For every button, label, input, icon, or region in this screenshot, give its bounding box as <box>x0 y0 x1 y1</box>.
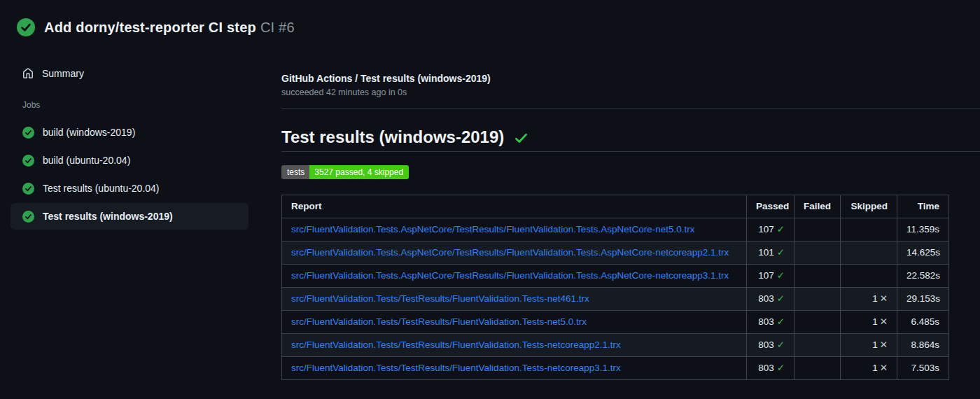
success-check-circle-icon <box>17 18 35 36</box>
home-icon <box>22 68 34 79</box>
report-link[interactable]: src/FluentValidation.Tests/TestResults/F… <box>291 363 621 373</box>
report-row-7: src/FluentValidation.Tests/TestResults/F… <box>282 357 949 380</box>
time-cell: 6.485s <box>897 311 949 334</box>
failed-cell <box>794 241 841 265</box>
sidebar-item-summary[interactable]: Summary <box>10 62 248 85</box>
time-cell: 29.153s <box>897 288 949 311</box>
failed-cell <box>794 357 841 380</box>
failed-cell <box>794 288 841 311</box>
passed-check-icon: ✓ <box>777 363 785 373</box>
skipped-cell: 1✕ <box>841 311 897 334</box>
success-check-circle-icon <box>22 183 34 195</box>
skipped-cell <box>841 241 897 265</box>
success-check-circle-icon <box>22 211 34 223</box>
report-link[interactable]: src/FluentValidation.Tests.AspNetCore/Te… <box>291 270 729 281</box>
skipped-x-icon: ✕ <box>880 293 888 304</box>
column-header-report: Report <box>282 195 747 218</box>
passed-cell: 101✓ <box>747 241 794 265</box>
passed-cell: 803✓ <box>747 311 794 334</box>
section-heading: Test results (windows-2019) <box>281 127 980 152</box>
job-detail-panel: GitHub Actions / Test results (windows-2… <box>281 73 980 380</box>
skipped-cell <box>841 265 897 288</box>
jobs-list: build (windows-2019)build (ubuntu-20.04)… <box>10 119 248 230</box>
passed-cell: 107✓ <box>747 218 794 241</box>
skipped-cell: 1✕ <box>841 334 897 357</box>
skipped-cell: 1✕ <box>841 288 897 311</box>
divider <box>281 108 980 109</box>
success-check-circle-icon <box>22 155 34 167</box>
report-row-1: src/FluentValidation.Tests.AspNetCore/Te… <box>282 218 949 241</box>
sidebar-item-job-3[interactable]: Test results (ubuntu-20.04) <box>10 175 248 202</box>
passed-check-icon: ✓ <box>777 247 785 258</box>
sidebar-item-job-1[interactable]: build (windows-2019) <box>10 119 248 146</box>
failed-cell <box>794 334 841 357</box>
time-cell: 22.582s <box>897 265 949 288</box>
passed-cell: 803✓ <box>747 357 794 380</box>
passed-cell: 803✓ <box>747 334 794 357</box>
report-row-4: src/FluentValidation.Tests/TestResults/F… <box>282 288 949 311</box>
report-link[interactable]: src/FluentValidation.Tests/TestResults/F… <box>291 316 587 327</box>
badge-value: 3527 passed, 4 skipped <box>309 165 409 179</box>
check-run-status: succeeded 42 minutes ago in 0s <box>281 88 980 98</box>
report-link[interactable]: src/FluentValidation.Tests.AspNetCore/Te… <box>291 224 695 234</box>
column-header-passed: Passed <box>747 195 794 218</box>
time-cell: 14.625s <box>897 241 949 265</box>
passed-cell: 107✓ <box>747 265 794 288</box>
sidebar-item-job-2[interactable]: build (ubuntu-20.04) <box>10 147 248 174</box>
skipped-x-icon: ✕ <box>880 363 888 373</box>
column-header-failed: Failed <box>794 195 841 218</box>
check-run-title: GitHub Actions / Test results (windows-2… <box>281 73 980 84</box>
job-label: build (windows-2019) <box>43 125 135 139</box>
report-row-5: src/FluentValidation.Tests/TestResults/F… <box>282 311 949 334</box>
run-header: Add dorny/test-reporter CI stepCI #6 <box>17 18 295 36</box>
success-check-circle-icon <box>22 127 34 139</box>
passed-check-icon: ✓ <box>777 293 785 304</box>
passed-check-icon: ✓ <box>777 316 785 327</box>
job-label: Test results (windows-2019) <box>43 209 173 223</box>
workflow-run-page: Add dorny/test-reporter CI stepCI #6 Sum… <box>0 0 980 399</box>
report-link[interactable]: src/FluentValidation.Tests/TestResults/F… <box>291 293 589 304</box>
failed-cell <box>794 265 841 288</box>
report-row-3: src/FluentValidation.Tests.AspNetCore/Te… <box>282 265 949 288</box>
report-link[interactable]: src/FluentValidation.Tests.AspNetCore/Te… <box>291 247 729 258</box>
success-check-icon <box>514 131 528 146</box>
table-header-row: ReportPassedFailedSkippedTime <box>282 195 949 218</box>
column-header-time: Time <box>897 195 949 218</box>
run-title: Add dorny/test-reporter CI stepCI #6 <box>44 20 295 36</box>
column-header-skipped: Skipped <box>841 195 897 218</box>
report-row-2: src/FluentValidation.Tests.AspNetCore/Te… <box>282 241 949 265</box>
test-results-table: ReportPassedFailedSkippedTime src/Fluent… <box>281 195 949 380</box>
sidebar-item-job-4[interactable]: Test results (windows-2019) <box>10 203 248 230</box>
failed-cell <box>794 218 841 241</box>
skipped-cell: 1✕ <box>841 357 897 380</box>
passed-check-icon: ✓ <box>777 224 785 234</box>
sidebar-summary-label: Summary <box>42 68 84 79</box>
run-title-text: Add dorny/test-reporter CI step <box>44 20 256 35</box>
job-label: Test results (ubuntu-20.04) <box>43 181 160 195</box>
job-label: build (ubuntu-20.04) <box>43 153 130 167</box>
report-row-6: src/FluentValidation.Tests/TestResults/F… <box>282 334 949 357</box>
skipped-x-icon: ✕ <box>880 316 888 327</box>
time-cell: 7.503s <box>897 357 949 380</box>
section-heading-text: Test results (windows-2019) <box>281 127 504 147</box>
report-link[interactable]: src/FluentValidation.Tests/TestResults/F… <box>291 340 621 350</box>
skipped-x-icon: ✕ <box>880 340 888 350</box>
skipped-cell <box>841 218 897 241</box>
passed-check-icon: ✓ <box>777 270 785 281</box>
sidebar: Summary Jobs build (windows-2019)build (… <box>10 62 248 231</box>
failed-cell <box>794 311 841 334</box>
passed-check-icon: ✓ <box>777 340 785 350</box>
time-cell: 8.864s <box>897 334 949 357</box>
run-number: CI #6 <box>260 20 295 35</box>
tests-status-badge: tests 3527 passed, 4 skipped <box>281 165 409 179</box>
time-cell: 11.359s <box>897 218 949 241</box>
passed-cell: 803✓ <box>747 288 794 311</box>
jobs-section-heading: Jobs <box>10 100 248 110</box>
badge-label: tests <box>281 165 309 179</box>
